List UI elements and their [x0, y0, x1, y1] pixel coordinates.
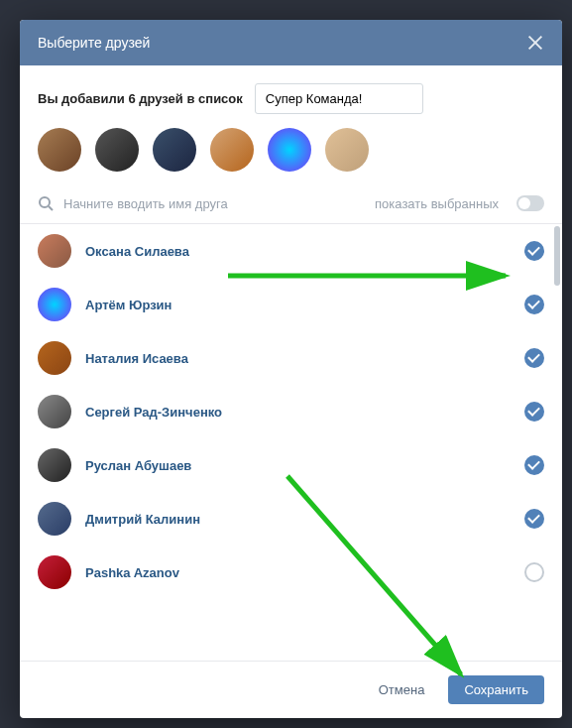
show-selected-toggle[interactable]	[516, 195, 544, 211]
friend-row[interactable]: Руслан Абушаев	[20, 438, 562, 492]
friends-list[interactable]: Оксана СилаеваАртём ЮрзинНаталия ИсаеваС…	[20, 224, 562, 661]
friend-avatar	[38, 502, 71, 536]
scrollbar[interactable]	[554, 226, 560, 286]
checkmark-icon[interactable]	[524, 402, 544, 422]
checkmark-icon[interactable]	[524, 241, 544, 261]
close-icon[interactable]	[526, 34, 544, 52]
checkmark-icon[interactable]	[524, 455, 544, 475]
modal-header: Выберите друзей	[20, 20, 562, 65]
selected-avatars-strip	[20, 128, 562, 187]
friend-avatar	[38, 341, 71, 375]
cancel-button[interactable]: Отмена	[363, 675, 441, 704]
selected-avatar[interactable]	[268, 128, 311, 172]
checkbox-empty[interactable]	[524, 562, 544, 582]
svg-point-0	[40, 197, 50, 207]
friend-avatar	[38, 234, 71, 268]
checkmark-icon[interactable]	[524, 295, 544, 314]
selected-avatar[interactable]	[95, 128, 139, 172]
search-icon	[38, 195, 54, 211]
select-friends-modal: Выберите друзей Вы добавили 6 друзей в с…	[20, 20, 562, 718]
modal-footer: Отмена Сохранить	[20, 661, 562, 718]
friend-avatar	[38, 395, 71, 428]
selected-avatar[interactable]	[325, 128, 369, 172]
search-row: показать выбранных	[20, 187, 562, 224]
friend-name: Наталия Исаева	[85, 351, 511, 366]
search-input[interactable]	[63, 196, 365, 211]
friend-name: Pashka Azanov	[85, 565, 511, 580]
friend-avatar	[38, 555, 71, 589]
friend-name: Дмитрий Калинин	[85, 512, 511, 527]
added-count-label: Вы добавили 6 друзей в список	[38, 91, 243, 106]
friend-name: Оксана Силаева	[85, 244, 511, 259]
list-name-input[interactable]	[255, 83, 423, 114]
friend-row[interactable]: Наталия Исаева	[20, 331, 562, 385]
friend-row[interactable]: Дмитрий Калинин	[20, 492, 562, 546]
friend-avatar	[38, 448, 71, 482]
friend-row[interactable]: Артём Юрзин	[20, 278, 562, 331]
selected-avatar[interactable]	[153, 128, 196, 172]
added-summary-row: Вы добавили 6 друзей в список	[20, 65, 562, 128]
friend-name: Артём Юрзин	[85, 298, 511, 312]
friend-avatar	[38, 288, 71, 321]
friend-row[interactable]: Pashka Azanov	[20, 546, 562, 599]
friend-row[interactable]: Сергей Рад-Зинченко	[20, 385, 562, 438]
checkmark-icon[interactable]	[524, 509, 544, 529]
friend-name: Сергей Рад-Зинченко	[85, 405, 511, 420]
friend-row[interactable]: Оксана Силаева	[20, 224, 562, 278]
save-button[interactable]: Сохранить	[448, 675, 544, 704]
selected-avatar[interactable]	[210, 128, 254, 172]
selected-avatar[interactable]	[38, 128, 81, 172]
checkmark-icon[interactable]	[524, 348, 544, 368]
svg-line-1	[49, 206, 53, 210]
modal-title: Выберите друзей	[38, 35, 150, 51]
show-selected-label: показать выбранных	[375, 196, 499, 211]
friend-name: Руслан Абушаев	[85, 458, 511, 473]
